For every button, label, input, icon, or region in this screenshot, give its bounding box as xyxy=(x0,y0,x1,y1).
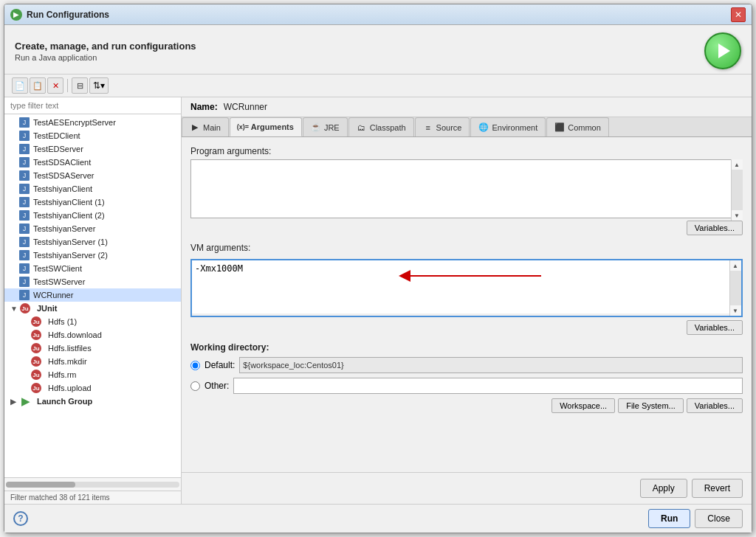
workspace-button[interactable]: Workspace... xyxy=(551,398,615,413)
variables-dir-button[interactable]: Variables... xyxy=(687,398,743,413)
launch-group-icon: ▶ xyxy=(20,396,30,406)
sidebar-item-testedclient[interactable]: J TestEDClient xyxy=(4,129,181,142)
tab-environment-label: Environment xyxy=(492,123,537,132)
jre-tab-icon: ☕ xyxy=(311,122,321,133)
vm-args-input[interactable] xyxy=(192,260,741,313)
junit-icon: Ju xyxy=(31,356,41,367)
scroll-up-btn[interactable]: ▲ xyxy=(732,159,742,170)
other-dir-input[interactable] xyxy=(233,378,743,394)
program-args-scrollbar[interactable]: ▲ ▼ xyxy=(731,159,743,221)
sidebar-label: TestshiyanServer xyxy=(33,224,95,233)
default-dir-input[interactable] xyxy=(239,357,743,373)
sidebar-item-hdfsdownload[interactable]: Ju Hdfs.download xyxy=(4,328,181,342)
source-tab-icon: ≡ xyxy=(423,122,433,133)
sidebar-label: TestSWClient xyxy=(33,264,82,273)
sidebar-group-launch[interactable]: ▶ ▶ Launch Group xyxy=(4,395,181,408)
common-tab-icon: ⬛ xyxy=(554,122,565,133)
filter-config-button[interactable]: ⊟ xyxy=(72,77,88,94)
scroll-track xyxy=(732,170,743,210)
tab-source-label: Source xyxy=(436,123,462,132)
default-radio[interactable] xyxy=(190,361,200,370)
header-area: Create, manage, and run configurations R… xyxy=(4,25,752,75)
help-button[interactable]: ? xyxy=(13,511,28,526)
sidebar-item-testshiyanserver2[interactable]: J TestshiyanServer (2) xyxy=(4,249,181,262)
vm-args-buttons: Variables... xyxy=(190,320,743,335)
delete-config-button[interactable]: ✕ xyxy=(47,77,63,94)
sort-dropdown[interactable]: ⇅▾ xyxy=(89,77,109,94)
sidebar-item-hdfsrm[interactable]: Ju Hdfs.rm xyxy=(4,368,181,381)
sidebar-item-testaesencryptserver[interactable]: J TestAESEncryptServer xyxy=(4,116,181,129)
revert-button[interactable]: Revert xyxy=(692,479,743,498)
other-radio-row: Other: xyxy=(190,378,743,394)
tab-arguments[interactable]: (x)= Arguments xyxy=(230,117,302,136)
junit-icon: Ju xyxy=(31,316,41,327)
sidebar-item-testsdsaserver[interactable]: J TestSDSAServer xyxy=(4,169,181,182)
java-app-icon: J xyxy=(19,144,30,154)
header-subtitle: Run a Java application xyxy=(15,53,196,62)
tab-source[interactable]: ≡ Source xyxy=(415,117,470,136)
horizontal-scrollbar[interactable] xyxy=(4,477,181,491)
vm-args-section: VM arguments: ▲ ▼ xyxy=(190,243,743,335)
tab-common[interactable]: ⬛ Common xyxy=(546,117,609,136)
junit-icon: Ju xyxy=(31,330,41,340)
sidebar-label: TestshiyanServer (2) xyxy=(33,251,108,260)
junit-icon: Ju xyxy=(31,370,41,380)
vm-args-variables-button[interactable]: Variables... xyxy=(687,320,743,335)
sidebar-item-hdfsmkdir[interactable]: Ju Hdfs.mkdir xyxy=(4,355,181,368)
name-label: Name: xyxy=(190,102,218,112)
sidebar-item-hdfslistfiles[interactable]: Ju Hdfs.listfiles xyxy=(4,342,181,355)
sidebar-item-hdfsupload[interactable]: Ju Hdfs.upload xyxy=(4,381,181,395)
vm-scroll-up-btn[interactable]: ▲ xyxy=(730,260,740,271)
close-button[interactable]: ✕ xyxy=(731,7,746,22)
scroll-down-btn[interactable]: ▼ xyxy=(732,210,742,221)
close-button[interactable]: Close xyxy=(695,509,743,528)
sidebar-label: TestSDSAServer xyxy=(33,171,94,180)
program-args-variables-button[interactable]: Variables... xyxy=(687,221,743,235)
program-args-input[interactable] xyxy=(190,159,743,218)
window-icon: ▶ xyxy=(10,9,22,21)
tabs-bar: ▶ Main (x)= Arguments ☕ JRE 🗂 Classpath … xyxy=(182,117,752,137)
sidebar-item-testswserver[interactable]: J TestSWServer xyxy=(4,275,181,288)
sidebar-item-testshiyanclient[interactable]: J TestshiyanClient xyxy=(4,182,181,195)
run-close-area: Run Close xyxy=(648,509,743,528)
new-config-button[interactable]: 📄 xyxy=(12,77,28,94)
run-button[interactable]: Run xyxy=(648,509,690,528)
sidebar-item-testsdsclient[interactable]: J TestSDSAClient xyxy=(4,156,181,169)
junit-group-icon: Ju xyxy=(20,303,30,313)
sidebar-label: Hdfs.listfiles xyxy=(48,344,92,353)
vm-scroll-down-btn[interactable]: ▼ xyxy=(730,305,740,316)
copy-config-button[interactable]: 📋 xyxy=(30,77,46,94)
junit-icon: Ju xyxy=(31,383,41,393)
sidebar-item-testshiyanserver1[interactable]: J TestshiyanServer (1) xyxy=(4,235,181,249)
filter-input[interactable] xyxy=(4,97,181,114)
tab-jre[interactable]: ☕ JRE xyxy=(303,117,348,136)
sidebar-item-testshiyanclient1[interactable]: J TestshiyanClient (1) xyxy=(4,195,181,209)
group-arrow-icon: ▼ xyxy=(10,305,18,313)
sidebar-label: TestshiyanClient (1) xyxy=(33,198,105,207)
sidebar-label: TestEDClient xyxy=(33,131,80,140)
vm-args-label: VM arguments: xyxy=(190,243,743,253)
sidebar-label: TestAESEncryptServer xyxy=(33,118,116,127)
name-bar: Name: WCRunner xyxy=(182,97,752,117)
sidebar-label: WCRunner xyxy=(33,291,73,299)
apply-button[interactable]: Apply xyxy=(640,479,687,498)
sidebar-item-wcrunner[interactable]: J WCRunner xyxy=(4,288,181,302)
run-icon-button[interactable] xyxy=(704,32,741,69)
program-args-section: Program arguments: ▲ ▼ Variables... xyxy=(190,146,743,235)
tab-environment[interactable]: 🌐 Environment xyxy=(470,117,546,136)
filesystem-button[interactable]: File System... xyxy=(618,398,684,413)
sidebar-item-testedserver[interactable]: J TestEDServer xyxy=(4,142,181,156)
window-bottom-bar: ? Run Close xyxy=(4,504,752,533)
tab-jre-label: JRE xyxy=(324,123,340,132)
sidebar-item-testswclient[interactable]: J TestSWClient xyxy=(4,262,181,275)
tab-main[interactable]: ▶ Main xyxy=(182,117,229,136)
tab-classpath[interactable]: 🗂 Classpath xyxy=(348,117,414,136)
toolbar: 📄 📋 ✕ ⊟ ⇅▾ xyxy=(4,75,752,97)
sidebar-item-testshiyanclient2[interactable]: J TestshiyanClient (2) xyxy=(4,209,181,222)
sidebar-item-testshiyanserver[interactable]: J TestshiyanServer xyxy=(4,222,181,235)
sidebar-group-junit[interactable]: ▼ Ju JUnit xyxy=(4,302,181,315)
vm-args-scrollbar[interactable]: ▲ ▼ xyxy=(729,260,741,316)
java-app-icon: J xyxy=(19,197,30,207)
sidebar-item-hdfs1[interactable]: Ju Hdfs (1) xyxy=(4,315,181,328)
other-radio[interactable] xyxy=(190,381,200,391)
